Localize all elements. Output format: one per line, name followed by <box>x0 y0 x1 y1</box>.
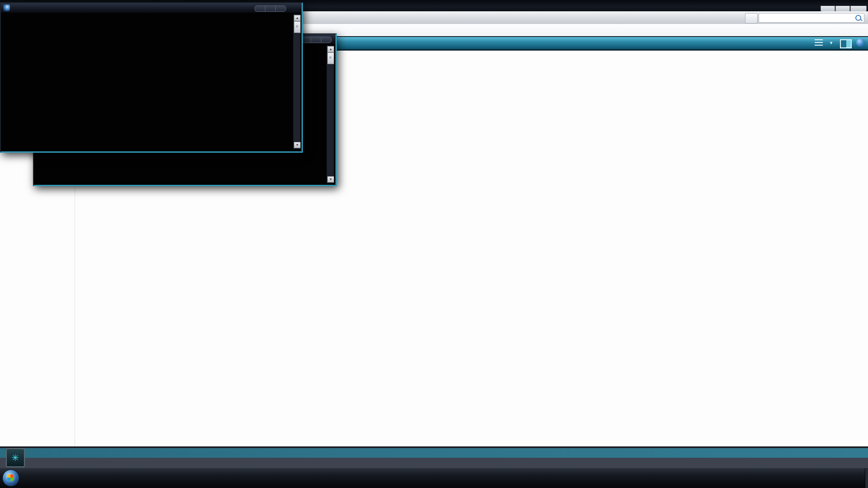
show-desktop-button[interactable] <box>865 468 868 488</box>
console-body: ▲ ▼ <box>1 13 302 151</box>
scroll-down-icon[interactable]: ▼ <box>327 176 334 183</box>
maximize-button[interactable] <box>311 37 321 43</box>
console-scrollbar[interactable]: ▲ ▼ <box>293 14 301 149</box>
console-titlebar[interactable] <box>1 3 302 13</box>
taskbar <box>0 468 868 488</box>
start-button[interactable] <box>2 469 19 487</box>
source-logo-icon <box>3 5 10 11</box>
search-box[interactable] <box>759 13 864 23</box>
explorer-window-controls <box>821 6 867 11</box>
batch-file-icon: ✳ <box>6 448 25 467</box>
scrollbar-thumb[interactable] <box>327 52 334 64</box>
scrollbar-thumb[interactable] <box>294 21 301 33</box>
close-button[interactable] <box>275 5 286 12</box>
console-window[interactable]: ▲ ▼ <box>0 2 303 153</box>
change-view-dropdown-icon[interactable]: ▼ <box>829 41 833 45</box>
help-icon[interactable] <box>856 38 865 47</box>
search-input[interactable] <box>759 13 864 23</box>
change-view-icon[interactable] <box>815 39 823 47</box>
console-back-window-controls <box>300 37 332 42</box>
scroll-down-icon[interactable]: ▼ <box>294 142 301 148</box>
scroll-up-icon[interactable]: ▲ <box>327 46 334 52</box>
close-button[interactable] <box>321 37 332 43</box>
console-back-scrollbar[interactable]: ▲ ▼ <box>326 45 334 183</box>
preview-pane-icon[interactable] <box>840 39 852 48</box>
details-row-primary <box>0 448 868 458</box>
maximize-button[interactable] <box>265 5 275 12</box>
details-row-secondary <box>0 458 868 468</box>
minimize-button[interactable] <box>255 5 265 12</box>
scroll-up-icon[interactable]: ▲ <box>294 15 301 21</box>
search-icon[interactable] <box>855 15 861 21</box>
console-window-controls <box>255 5 286 11</box>
details-pane: ✳ <box>0 446 868 468</box>
refresh-button[interactable] <box>745 13 758 23</box>
desktop: ▼ ✳ ▲ ▼ <box>0 0 868 488</box>
